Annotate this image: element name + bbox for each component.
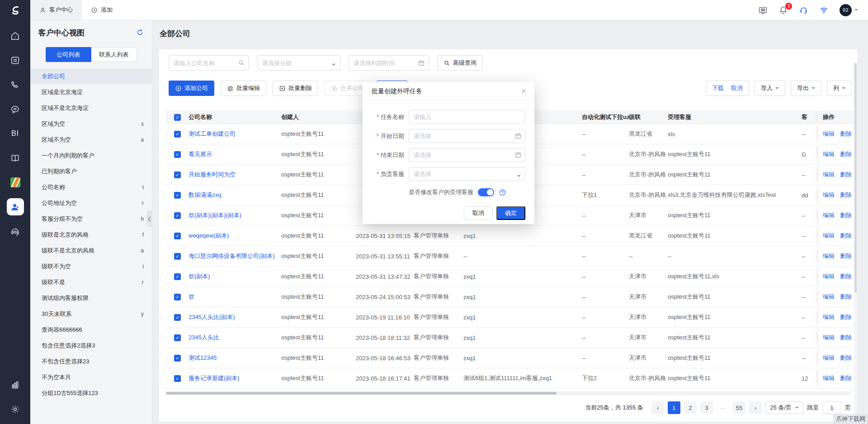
field-input[interactable] [409, 148, 525, 162]
row-checkbox[interactable] [174, 172, 181, 178]
rail-apps-icon[interactable] [0, 170, 30, 195]
add-company-button[interactable]: 添加公司 [169, 81, 214, 96]
company-name-link[interactable]: 测试工单创建公司 [189, 130, 281, 138]
delete-link[interactable]: 删除 [840, 272, 852, 281]
rail-settings-icon[interactable] [0, 397, 30, 421]
modify-handler-toggle[interactable] [478, 188, 494, 196]
tab-customer-center[interactable]: 客户中心 [30, 0, 82, 20]
batch-delete-button[interactable]: 批量删除 [273, 81, 318, 96]
import-button[interactable]: 导入 [755, 81, 785, 96]
sidebar-collapse-icon[interactable]: ❮ [146, 210, 152, 227]
rail-knowledge-icon[interactable] [0, 146, 30, 170]
download-link[interactable]: 下载 [712, 84, 724, 92]
user-menu[interactable]: 02 [840, 4, 858, 16]
edit-link[interactable]: 编辑 [823, 252, 835, 260]
nav-view-item[interactable]: 级联是北京的风格 f [30, 227, 152, 243]
edit-link[interactable]: 编辑 [823, 150, 835, 158]
page-number-button[interactable]: 3 [700, 401, 713, 414]
edit-link[interactable]: 编辑 [823, 130, 835, 138]
row-checkbox[interactable] [174, 253, 181, 260]
expire-date-input[interactable] [349, 55, 429, 71]
delete-link[interactable]: 删除 [840, 333, 852, 342]
export-button[interactable]: 导出 [791, 81, 821, 96]
select-all-checkbox[interactable] [174, 114, 181, 121]
rail-agent-icon[interactable] [0, 219, 30, 243]
row-checkbox[interactable] [174, 192, 181, 199]
nav-view-item[interactable]: 全部公司 [30, 68, 152, 84]
company-name-link[interactable]: 服务记录新建(副本) [189, 374, 281, 382]
delete-link[interactable]: 删除 [840, 130, 852, 138]
batch-edit-button[interactable]: 批量编辑 [221, 81, 266, 96]
row-checkbox[interactable] [174, 151, 181, 158]
nav-view-item[interactable]: 区域是北京海淀 [30, 84, 152, 100]
advanced-search-button[interactable]: 高级查询 [437, 55, 483, 71]
company-name-link[interactable]: 2345人头比 [189, 333, 281, 342]
rail-workorder-icon[interactable] [0, 48, 30, 72]
edit-link[interactable]: 编辑 [823, 211, 835, 219]
close-icon[interactable] [520, 88, 527, 95]
edit-link[interactable]: 编辑 [823, 354, 835, 362]
edit-link[interactable]: 编辑 [823, 171, 835, 179]
company-name-link[interactable]: 海口慧尔网络设备有限公司(副本) [189, 252, 281, 260]
delete-link[interactable]: 删除 [840, 252, 852, 260]
company-name-link[interactable]: 2345人头比(副本) [189, 313, 281, 321]
page-number-button[interactable]: 55 [733, 401, 745, 414]
nav-view-item[interactable]: 公司地址为空 r [30, 195, 152, 211]
row-checkbox[interactable] [174, 212, 181, 219]
nav-view-item[interactable]: 不包含任意选择23 [30, 353, 152, 369]
delete-link[interactable]: 删除 [840, 354, 852, 362]
company-name-link[interactable]: weqeqew(副本) [189, 232, 281, 240]
field-input[interactable] [409, 167, 525, 181]
field-input[interactable] [409, 129, 525, 143]
cancel-button[interactable]: 取消 [464, 206, 493, 220]
rail-bi-icon[interactable]: BI [0, 121, 30, 146]
company-name-link[interactable]: 数据满满zxq [189, 191, 281, 199]
row-checkbox[interactable] [174, 375, 181, 382]
rail-stats-icon[interactable] [0, 372, 30, 397]
edit-link[interactable]: 编辑 [823, 333, 835, 342]
delete-link[interactable]: 删除 [840, 150, 852, 158]
vertical-scrollbar[interactable] [854, 63, 857, 422]
nav-view-item[interactable]: 级联不是 r [30, 274, 152, 290]
delete-link[interactable]: 删除 [840, 232, 852, 240]
field-input[interactable] [409, 110, 525, 124]
page-number-button[interactable]: 2 [684, 401, 697, 414]
edit-link[interactable]: 编辑 [823, 293, 835, 301]
company-name-link[interactable]: 测试12345 [189, 354, 281, 362]
headset-icon[interactable] [799, 5, 808, 15]
jump-page-input[interactable] [822, 401, 841, 414]
confirm-button[interactable]: 确定 [496, 206, 525, 220]
nav-view-item[interactable]: 查询器6666666 [30, 322, 152, 338]
horizontal-scrollbar[interactable] [166, 391, 851, 395]
page-size-select[interactable]: 25 条/页 [765, 401, 803, 414]
rail-chat-icon[interactable] [0, 97, 30, 121]
refresh-icon[interactable] [136, 29, 144, 38]
rail-home-icon[interactable] [0, 24, 30, 48]
nav-view-item[interactable]: 不为空本月 [30, 369, 152, 385]
nav-view-item[interactable]: 公司名称 t [30, 179, 152, 195]
company-name-input[interactable] [169, 55, 249, 71]
nav-view-item[interactable]: 30天未联系 y [30, 306, 152, 322]
nav-view-item[interactable]: 测试组内客服权限 [30, 290, 152, 306]
edit-link[interactable]: 编辑 [823, 313, 835, 321]
wifi-icon[interactable] [819, 5, 829, 15]
nav-view-item[interactable]: 分组1D古555选择123 [30, 385, 152, 401]
nav-view-item[interactable]: 区域为空 s [30, 116, 152, 132]
nav-view-item[interactable]: 级联不是北京的风格 a [30, 243, 152, 258]
columns-button[interactable]: 列 [827, 81, 852, 96]
help-icon[interactable] [499, 189, 506, 196]
row-checkbox[interactable] [174, 334, 181, 341]
delete-link[interactable]: 删除 [840, 211, 852, 219]
horizontal-scrollbar-thumb[interactable] [166, 392, 557, 395]
nav-view-item[interactable]: 客服分组不为空 h [30, 211, 152, 227]
download-cancel-link[interactable]: 取消 [731, 84, 743, 92]
notification-bell-icon[interactable]: 3 [778, 5, 788, 15]
row-checkbox[interactable] [174, 314, 181, 321]
edit-link[interactable]: 编辑 [823, 272, 835, 281]
nav-view-item[interactable]: 区域不为空 a [30, 132, 152, 148]
dialpad-icon[interactable] [758, 5, 768, 15]
next-page-button[interactable]: › [749, 401, 762, 414]
delete-link[interactable]: 删除 [840, 374, 852, 382]
nav-view-item[interactable]: 已到期的客户 [30, 163, 152, 179]
row-checkbox[interactable] [174, 273, 181, 280]
